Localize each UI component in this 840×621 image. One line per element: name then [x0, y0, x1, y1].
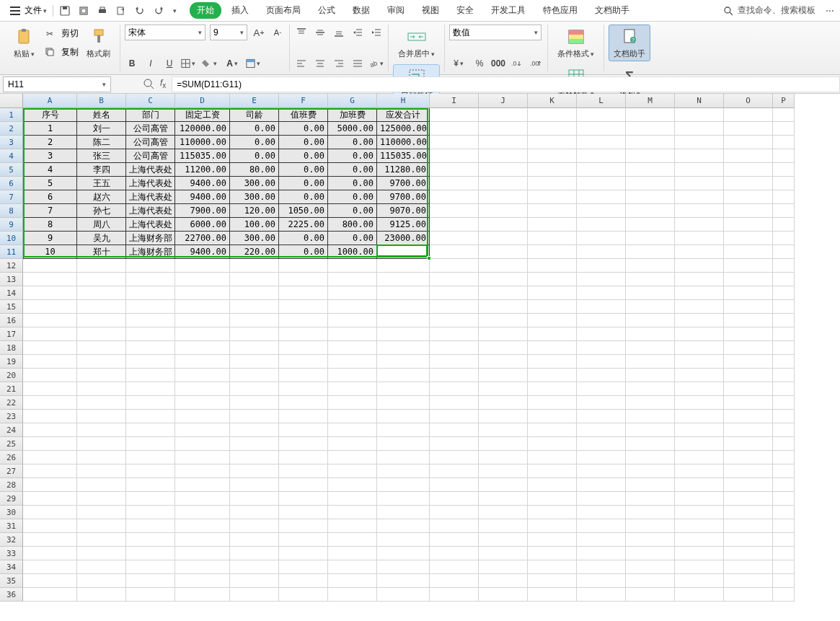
- cell-D25[interactable]: [175, 437, 230, 451]
- cell-D19[interactable]: [175, 355, 230, 369]
- cell-L14[interactable]: [577, 286, 626, 300]
- cell-B10[interactable]: 吴九: [77, 232, 126, 245]
- zoom-icon[interactable]: [143, 78, 154, 89]
- cell-F21[interactable]: [279, 382, 328, 396]
- cell-G6[interactable]: 0.00: [328, 177, 377, 190]
- cell-B1[interactable]: 姓名: [77, 108, 126, 122]
- cell-B13[interactable]: [77, 273, 126, 286]
- cell-A33[interactable]: [23, 547, 77, 560]
- cell-P31[interactable]: [773, 519, 795, 533]
- cell-A36[interactable]: [23, 588, 77, 602]
- cell-H9[interactable]: 9125.00: [377, 218, 430, 232]
- cell-C6[interactable]: 上海代表处: [126, 177, 175, 190]
- cell-D20[interactable]: [175, 369, 230, 382]
- cell-F4[interactable]: 0.00: [279, 149, 328, 163]
- cell-A5[interactable]: 4: [23, 163, 77, 177]
- cell-L23[interactable]: [577, 410, 626, 423]
- cell-G30[interactable]: [328, 506, 377, 519]
- cell-N34[interactable]: [675, 560, 724, 574]
- cell-N36[interactable]: [675, 588, 724, 602]
- cell-A21[interactable]: [23, 382, 77, 396]
- cell-F25[interactable]: [279, 437, 328, 451]
- cell-H25[interactable]: [377, 437, 430, 451]
- cell-C36[interactable]: [126, 588, 175, 602]
- cell-K25[interactable]: [528, 437, 577, 451]
- cell-F13[interactable]: [279, 273, 328, 286]
- ribbon-tab-5[interactable]: 审阅: [380, 2, 412, 19]
- cell-C31[interactable]: [126, 519, 175, 533]
- cell-L3[interactable]: [577, 136, 626, 149]
- cell-E4[interactable]: 0.00: [230, 149, 279, 163]
- cell-N30[interactable]: [675, 506, 724, 519]
- cell-P34[interactable]: [773, 560, 795, 574]
- cell-N27[interactable]: [675, 464, 724, 478]
- cell-M7[interactable]: [626, 190, 675, 204]
- cell-style-icon[interactable]: ▾: [246, 57, 260, 70]
- col-header-D[interactable]: D: [175, 94, 230, 108]
- cell-E22[interactable]: [230, 396, 279, 410]
- cell-O28[interactable]: [724, 478, 773, 492]
- cell-E8[interactable]: 120.00: [230, 204, 279, 218]
- cell-A34[interactable]: [23, 560, 77, 574]
- cell-O1[interactable]: [724, 108, 773, 122]
- cell-K6[interactable]: [528, 177, 577, 190]
- cell-B32[interactable]: [77, 533, 126, 547]
- cell-C25[interactable]: [126, 437, 175, 451]
- cell-C17[interactable]: [126, 327, 175, 341]
- row-header-9[interactable]: 9: [0, 218, 23, 232]
- bold-icon[interactable]: B: [125, 57, 139, 70]
- cell-E20[interactable]: [230, 369, 279, 382]
- cell-H22[interactable]: [377, 396, 430, 410]
- cell-E1[interactable]: 司龄: [230, 108, 279, 122]
- cell-P4[interactable]: [773, 149, 795, 163]
- cell-A32[interactable]: [23, 533, 77, 547]
- cell-B8[interactable]: 孙七: [77, 204, 126, 218]
- cell-J12[interactable]: [479, 259, 528, 273]
- search-icon[interactable]: [723, 6, 733, 16]
- col-header-J[interactable]: J: [479, 94, 528, 108]
- ribbon-tab-9[interactable]: 特色应用: [536, 2, 585, 19]
- cell-F16[interactable]: [279, 314, 328, 327]
- cell-P28[interactable]: [773, 478, 795, 492]
- cell-H21[interactable]: [377, 382, 430, 396]
- cell-E28[interactable]: [230, 478, 279, 492]
- column-headers[interactable]: ABCDEFGHIJKLMNOP: [23, 94, 840, 108]
- cell-L33[interactable]: [577, 547, 626, 560]
- cell-P10[interactable]: [773, 232, 795, 245]
- cell-C15[interactable]: [126, 300, 175, 314]
- cell-I16[interactable]: [430, 314, 479, 327]
- search-placeholder[interactable]: 查找命令、搜索模板: [738, 4, 815, 17]
- cell-P6[interactable]: [773, 177, 795, 190]
- cell-D22[interactable]: [175, 396, 230, 410]
- cell-I12[interactable]: [430, 259, 479, 273]
- cell-G17[interactable]: [328, 327, 377, 341]
- cell-I7[interactable]: [430, 190, 479, 204]
- cell-N18[interactable]: [675, 341, 724, 355]
- row-header-12[interactable]: 12: [0, 259, 23, 273]
- cell-D33[interactable]: [175, 547, 230, 560]
- cell-B22[interactable]: [77, 396, 126, 410]
- cell-M8[interactable]: [626, 204, 675, 218]
- cell-I10[interactable]: [430, 232, 479, 245]
- cell-A28[interactable]: [23, 478, 77, 492]
- cell-G19[interactable]: [328, 355, 377, 369]
- cell-A12[interactable]: [23, 259, 77, 273]
- cell-L12[interactable]: [577, 259, 626, 273]
- cell-C33[interactable]: [126, 547, 175, 560]
- cell-K31[interactable]: [528, 519, 577, 533]
- cell-J27[interactable]: [479, 464, 528, 478]
- cell-K26[interactable]: [528, 451, 577, 464]
- cell-A4[interactable]: 3: [23, 149, 77, 163]
- cell-O19[interactable]: [724, 355, 773, 369]
- cell-C10[interactable]: 上海财务部: [126, 232, 175, 245]
- cell-M27[interactable]: [626, 464, 675, 478]
- cell-O16[interactable]: [724, 314, 773, 327]
- decrease-font-icon[interactable]: A-: [270, 26, 285, 39]
- cell-E15[interactable]: [230, 300, 279, 314]
- cell-C35[interactable]: [126, 574, 175, 588]
- cell-M12[interactable]: [626, 259, 675, 273]
- cell-K19[interactable]: [528, 355, 577, 369]
- cell-C5[interactable]: 上海代表处: [126, 163, 175, 177]
- cell-E27[interactable]: [230, 464, 279, 478]
- cell-M5[interactable]: [626, 163, 675, 177]
